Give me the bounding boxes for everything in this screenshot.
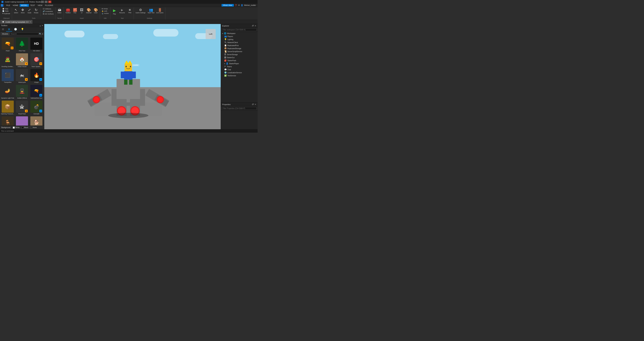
explorer-item-starter-pack[interactable]: 🎒 StarterPack (221, 59, 258, 62)
resume-button[interactable]: ▶ Resume (118, 8, 126, 14)
menu-file[interactable]: FILE (5, 4, 12, 7)
explorer-popout-icon[interactable]: 🗗 (252, 25, 254, 27)
explorer-item-server-script-service[interactable]: 📜 ServerScriptService (221, 50, 258, 53)
tool-item-urban-house[interactable]: 🏠 ★ Urban House (15, 53, 29, 68)
close-btn[interactable]: ✕ (48, 1, 51, 3)
toolbox-tab-list[interactable]: ⊟ (0, 27, 6, 32)
editor-tab-baseplate[interactable]: 🔲 model making baseplate 2.0 ✕ (0, 20, 33, 24)
explorer-item-localization-service[interactable]: 🌍 LocalizationService (221, 71, 258, 74)
properties-filter-input[interactable] (222, 107, 256, 110)
menu-home[interactable]: HOME (12, 4, 20, 7)
color-button[interactable]: 🎨 Color (93, 8, 99, 14)
toolbox-button[interactable]: 🧰 Toolbox (65, 8, 71, 14)
duplicate-button[interactable]: ⧉ Duplicate (2, 12, 11, 14)
bg-white-option[interactable]: White (13, 126, 20, 128)
toolbox-minimize-icon[interactable]: 🗕 (40, 25, 41, 26)
lock-button[interactable]: 🔒 Lock (101, 10, 110, 12)
explorer-filter-input[interactable] (222, 28, 256, 31)
game-settings-button[interactable]: ⚙ Game Settings (135, 8, 146, 14)
properties-header: Properties 🗗 ✕ (221, 102, 258, 106)
explorer-item-test-service[interactable]: ✅ TestService (221, 74, 258, 77)
explorer-item-lighting[interactable]: 💡 Lighting (221, 38, 258, 41)
tool-label-opening-treasure: Opening Treasure... (1, 113, 14, 115)
tool-thumb-dynamic-light-pole: 🪔 (2, 85, 14, 97)
tool-item-grenade[interactable]: 💣 ★ Grenade (29, 100, 44, 115)
properties-popout-icon[interactable]: 🗗 (252, 103, 254, 106)
viewport[interactable]: Left Welmer_mulder (44, 24, 221, 129)
tool-item-drooling-zombie[interactable]: 🧟 Drooling Zombie... (1, 53, 15, 68)
tools-label: Tools (32, 17, 36, 19)
tool-item-pistol[interactable]: 🔫 ★ Pistol (1, 37, 15, 52)
exit-game-button[interactable]: 🚪 Exit Game (156, 8, 164, 14)
menu-view[interactable]: VIEW (36, 4, 44, 7)
terrain-editor-button[interactable]: 🏔 Editor (56, 8, 62, 14)
join-surfaces-button[interactable]: ⊞ Join Surfaces (42, 13, 54, 15)
select-button[interactable]: ↖ Select (13, 8, 19, 14)
explorer-item-network-client[interactable]: 🔌 NetworkClient (221, 41, 258, 44)
whats-new-button[interactable]: What's New (222, 4, 234, 6)
toolbox-tab-recent[interactable]: 🕐 (12, 27, 19, 32)
explorer-item-starter-player[interactable]: ▶ 👤 StarterPlayer (221, 62, 258, 65)
search-icon[interactable]: 🔍 (39, 33, 42, 35)
rotate-button[interactable]: ↻ Rotate (33, 8, 39, 14)
explorer-close-icon[interactable]: ✕ (254, 25, 256, 27)
group-button[interactable]: ⊞ Group (101, 8, 110, 10)
team-test-button[interactable]: 👥 Team Test (147, 8, 155, 14)
explorer-item-teams[interactable]: 🏳 Teams (221, 65, 258, 68)
ui-button[interactable]: 🖼 UI (79, 8, 85, 14)
maximize-btn[interactable]: □ (44, 1, 48, 3)
settings-icon[interactable]: ⚙ (238, 4, 240, 6)
explorer-item-replicated-first[interactable]: 📋 ReplicatedFirst (221, 44, 258, 47)
explorer-item-server-storage[interactable]: 🗄 ServerStorage (221, 53, 258, 56)
scale-button[interactable]: ⤢ Scale (26, 8, 32, 14)
tool-item-soldier[interactable]: 💂 Soldier (Rthro) (15, 84, 29, 100)
menu-model[interactable]: MODEL (20, 4, 29, 7)
minimize-btn[interactable]: — (41, 1, 44, 3)
toolbox-tab-light[interactable]: 💡 (19, 27, 26, 32)
filter-options-icon[interactable]: ≡ (42, 33, 43, 35)
tool-item-hd-admin[interactable]: HD HD Admin (29, 37, 44, 52)
viewport-scene: Left Welmer_mulder (44, 24, 221, 129)
properties-close-icon[interactable]: ✕ (254, 103, 256, 106)
tool-item-extra3[interactable]: 🐕 ... (29, 116, 44, 126)
tool-thumb-motorcycle: 🏍 ★ (16, 69, 28, 81)
toolbox-tab-grid[interactable]: ⊞ (6, 27, 12, 32)
paste-button[interactable]: 📄 Paste (2, 10, 11, 12)
move-button[interactable]: ✥ Move (20, 8, 26, 14)
models-dropdown[interactable]: Models (1, 32, 9, 35)
tool-item-firepit[interactable]: 🔥 ★ Firepit (29, 68, 44, 84)
part-button[interactable]: 🧱 Part (72, 8, 78, 14)
explorer-item-replicated-storage[interactable]: 📦 ReplicatedStorage (221, 47, 258, 50)
tool-item-trampoline[interactable]: ⬛ Trampoline (1, 68, 15, 84)
tool-item-motorcycle[interactable]: 🏍 ★ Motorcycle (15, 68, 29, 84)
menu-test[interactable]: TEST (29, 4, 36, 7)
toolbox-close-icon[interactable]: ✕ (42, 25, 43, 26)
tool-item-extra2[interactable]: ... (15, 116, 29, 126)
play-button[interactable]: ▶ Play (112, 8, 118, 16)
user-icon[interactable]: 👤 (241, 4, 243, 6)
bg-none-option[interactable]: None (30, 126, 37, 128)
tool-item-pine-tree[interactable]: 🌲 Pine Tree (15, 37, 29, 52)
material-button[interactable]: 🎨 Material (85, 8, 92, 14)
tab-close-icon[interactable]: ✕ (30, 21, 31, 23)
tool-item-team-spawn[interactable]: 🎯 ★ Team Spawn... (29, 53, 44, 68)
explorer-item-chat[interactable]: 💬 Chat (221, 68, 258, 71)
explorer-item-workspace[interactable]: ▶ 🌐 Workspace (221, 32, 258, 35)
explorer-item-starter-gui[interactable]: 🖼 StarterGui (221, 56, 258, 59)
stop-button[interactable]: ⏹ Stop (127, 8, 133, 14)
tool-item-road-pack[interactable]: 🛣 ★ Road Pack (15, 100, 29, 115)
terrain-items: 🏔 Editor (56, 8, 62, 17)
tool-item-dynamic-light-pole[interactable]: 🪔 Dynamic Light Pole (1, 84, 15, 100)
anchor-button[interactable]: ⚓ Anchor (101, 12, 110, 14)
bg-black-option[interactable]: Black (22, 126, 28, 128)
copy-button[interactable]: 📋 Copy (2, 8, 11, 10)
search-input[interactable] (10, 32, 38, 35)
tool-item-extra1[interactable]: 🪑 ... (1, 116, 15, 126)
menu-plugins[interactable]: PLUGINS (44, 4, 54, 7)
explorer-item-players[interactable]: 👥 Players (221, 35, 258, 38)
collisions-button[interactable]: ☑ Collisions (42, 8, 54, 10)
tool-item-submachine-gun[interactable]: 🔫 ★ Submachine Gun (29, 84, 44, 100)
help-icon[interactable]: ❓ (235, 4, 237, 6)
tool-item-opening-treasure[interactable]: 📦 Opening Treasure... (1, 100, 15, 115)
constraints-button[interactable]: 🔗 Constraints (42, 10, 54, 12)
